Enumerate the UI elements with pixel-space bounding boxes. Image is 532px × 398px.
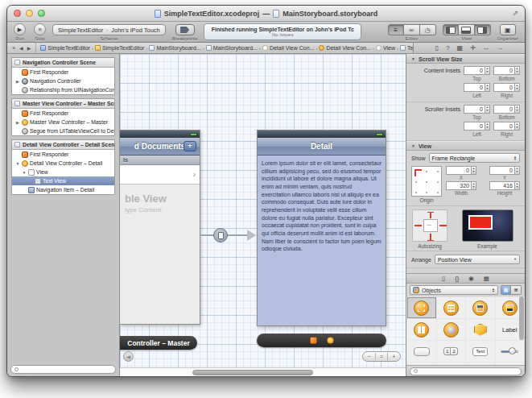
library-item-text-field[interactable]: Text <box>466 341 495 362</box>
version-editor-button[interactable]: ◷ <box>420 24 436 35</box>
scroller-inset-top-field[interactable]: 0▲▼ <box>464 105 490 114</box>
breadcrumb-storyboard-base[interactable]: MainStoryboard... <box>206 45 258 51</box>
file-inspector-icon[interactable]: ▯ <box>435 44 439 52</box>
library-item-text-view[interactable] <box>496 363 525 365</box>
stepper-icon[interactable]: ▲▼ <box>471 181 476 190</box>
origin-selector[interactable] <box>411 166 442 197</box>
toggle-debug-area-button[interactable] <box>459 24 475 35</box>
storyboard-canvas[interactable]: d Documents + ls › ble View type Content… <box>120 54 406 376</box>
zoom-out-button[interactable]: − <box>367 352 370 361</box>
stepper-icon[interactable]: ▲▼ <box>514 181 520 190</box>
breadcrumb-view[interactable]: View <box>376 45 395 51</box>
scroller-inset-right-field[interactable]: 0▲▼ <box>493 122 520 131</box>
minimize-window-button[interactable] <box>26 10 33 17</box>
library-item-table-view-controller[interactable] <box>437 297 466 318</box>
height-field[interactable]: 416▲▼ <box>489 181 520 190</box>
library-item-page-view-controller[interactable] <box>407 319 436 340</box>
outline-row-navigation-item[interactable]: Navigation Item – Detail <box>12 185 114 194</box>
quick-help-inspector-icon[interactable]: ? <box>446 44 449 52</box>
outline-row-navigation-controller[interactable]: ▶ Navigation Controller <box>12 77 114 85</box>
first-responder-icon[interactable] <box>310 337 317 344</box>
outline-filter-field[interactable] <box>10 365 116 374</box>
scroll-view-size-header[interactable]: ▼ Scroll View Size <box>406 54 525 64</box>
show-dropdown[interactable]: Frame Rectangle ▲▼ <box>429 153 520 163</box>
master-view[interactable]: d Documents + ls › ble View type Content <box>120 130 200 325</box>
outline-row-text-view[interactable]: Text View <box>12 176 114 185</box>
library-item-object[interactable] <box>466 319 495 340</box>
view-controller-icon[interactable] <box>327 337 334 344</box>
breadcrumb-storyboard[interactable]: MainStoryboard... <box>149 45 200 51</box>
stepper-icon[interactable]: ▲▼ <box>485 83 490 92</box>
toggle-utilities-button[interactable] <box>475 24 491 35</box>
autosizing-control[interactable]: ↔ <box>412 209 447 242</box>
stepper-icon[interactable]: ▲▼ <box>514 166 520 175</box>
master-scene-dock-label[interactable]: Controller – Master <box>120 336 197 350</box>
table-prototype-area[interactable]: ble View type Content <box>120 184 200 324</box>
y-field[interactable]: 0▲▼ <box>489 166 520 175</box>
content-inset-right-field[interactable]: 0▲▼ <box>493 83 520 92</box>
content-inset-top-field[interactable]: 0▲▼ <box>464 66 490 75</box>
library-item-switch[interactable] <box>407 363 436 365</box>
breadcrumb-project[interactable]: SimpleTextEditor <box>40 45 90 51</box>
library-item-progress-view[interactable] <box>466 363 495 365</box>
table-cell[interactable]: › <box>120 165 200 184</box>
toggle-navigator-button[interactable] <box>443 24 459 35</box>
library-item-segmented-control[interactable]: 12 <box>437 341 466 362</box>
grid-view-toggle[interactable]: ▦ <box>501 285 511 295</box>
zoom-actual-button[interactable]: = <box>380 352 383 361</box>
close-window-button[interactable] <box>14 10 21 17</box>
assistant-editor-button[interactable]: ∞ <box>404 24 420 35</box>
zoom-in-button[interactable]: + <box>393 352 396 361</box>
outline-row-relationship[interactable]: Relationship from UINavigationContr... <box>12 85 114 94</box>
attributes-inspector-icon[interactable]: ✛ <box>470 44 476 52</box>
scrollbar-thumb[interactable] <box>192 370 313 375</box>
stepper-icon[interactable]: ▲▼ <box>485 122 490 131</box>
add-button[interactable]: + <box>184 141 196 151</box>
content-inset-bottom-field[interactable]: 0▲▼ <box>493 66 520 75</box>
width-field[interactable]: 320▲▼ <box>446 181 476 190</box>
outline-row-first-responder[interactable]: First Responder <box>12 109 114 118</box>
segue-badge[interactable] <box>213 228 228 243</box>
breadcrumb-group[interactable]: SimpleTextEditor <box>95 45 145 51</box>
stepper-icon[interactable]: ▲▼ <box>471 166 476 175</box>
stepper-icon[interactable]: ▲▼ <box>514 66 520 75</box>
scroller-inset-bottom-field[interactable]: 0▲▼ <box>493 105 520 114</box>
arrange-dropdown[interactable]: Position View ▼ <box>435 255 520 264</box>
content-inset-left-field[interactable]: 0▲▼ <box>464 83 490 92</box>
library-category-dropdown[interactable]: Objects ▲▼ <box>410 285 498 295</box>
run-button[interactable]: ▶ <box>14 23 26 35</box>
stepper-icon[interactable]: ▲▼ <box>514 83 520 92</box>
master-nav-bar[interactable]: d Documents + <box>120 138 200 155</box>
breadcrumb-text-view[interactable]: Text View <box>400 45 413 51</box>
x-field[interactable]: 0▲▼ <box>446 166 476 175</box>
forward-icon[interactable]: ▶ <box>27 45 31 51</box>
horizontal-scrollbar[interactable] <box>120 367 406 376</box>
library-item-glkit-view-controller[interactable] <box>437 319 466 340</box>
scroller-inset-left-field[interactable]: 0▲▼ <box>464 122 490 131</box>
organizer-button[interactable]: ▣ <box>500 24 516 35</box>
library-filter-field[interactable] <box>410 367 522 375</box>
breakpoints-button[interactable] <box>175 24 195 35</box>
stepper-icon[interactable]: ▲▼ <box>485 105 490 114</box>
outline-row-first-responder[interactable]: First Responder <box>12 68 114 77</box>
scene-header[interactable]: Master View Controller – Master Scene <box>12 99 114 109</box>
library-item-view-controller[interactable] <box>407 297 436 318</box>
detail-view[interactable]: Detail Lorem ipsum dolor sit er elit lam… <box>257 130 386 326</box>
stop-button[interactable]: ■ <box>34 23 46 35</box>
objects-library-icon[interactable]: ◉ <box>468 275 474 282</box>
library-item-button[interactable] <box>407 341 436 362</box>
library-item-activity-indicator[interactable] <box>437 363 466 365</box>
code-snippets-library-icon[interactable]: {} <box>455 275 459 282</box>
outline-row-master-view-controller[interactable]: ▶ Master View Controller – Master <box>12 118 114 126</box>
scene-header[interactable]: Detail View Controller – Detail Scene <box>12 140 114 150</box>
file-templates-library-icon[interactable]: ▯ <box>442 275 445 282</box>
outline-row-segue[interactable]: Segue from UITableViewCell to Detail... <box>12 126 114 135</box>
standard-editor-button[interactable]: ≡ <box>388 24 404 35</box>
fullscreen-icon[interactable]: ⇗ <box>511 9 520 18</box>
collapse-outline-button[interactable]: ◀ <box>123 351 134 362</box>
media-library-icon[interactable]: ▦ <box>484 275 489 282</box>
detail-text-view[interactable]: Lorem ipsum dolor sit er elit lamet, con… <box>258 155 386 325</box>
detail-nav-bar[interactable]: Detail <box>258 138 386 155</box>
zoom-window-button[interactable] <box>38 10 45 17</box>
stepper-icon[interactable]: ▲▼ <box>485 66 490 75</box>
